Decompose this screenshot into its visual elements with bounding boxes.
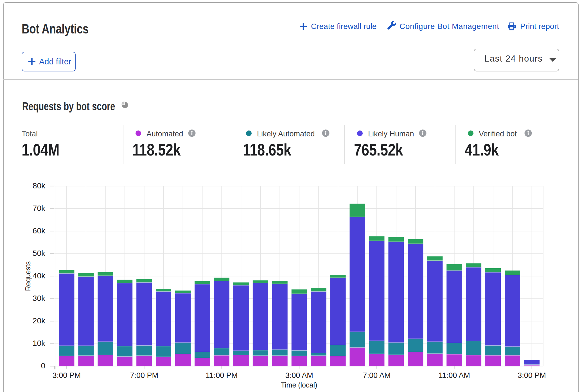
svg-text:7:00 PM: 7:00 PM (130, 371, 158, 380)
svg-text:10k: 10k (33, 339, 46, 348)
svg-text:Time (local): Time (local) (281, 381, 317, 389)
svg-text:40k: 40k (33, 271, 46, 280)
svg-text:3:00 AM: 3:00 AM (285, 371, 313, 380)
svg-text:3:00 PM: 3:00 PM (53, 371, 81, 380)
svg-text:11:00 AM: 11:00 AM (439, 371, 470, 380)
svg-text:70k: 70k (33, 204, 46, 213)
svg-text:11:00 PM: 11:00 PM (206, 371, 238, 380)
svg-text:20k: 20k (33, 316, 46, 325)
svg-text:50k: 50k (33, 249, 46, 258)
svg-text:30k: 30k (33, 294, 46, 303)
svg-text:3:00 PM: 3:00 PM (518, 371, 546, 380)
svg-text:0: 0 (41, 361, 45, 370)
svg-text:7:00 AM: 7:00 AM (363, 371, 391, 380)
svg-text:80k: 80k (33, 181, 46, 190)
svg-text:60k: 60k (33, 226, 46, 235)
svg-text:Requests: Requests (24, 261, 32, 291)
